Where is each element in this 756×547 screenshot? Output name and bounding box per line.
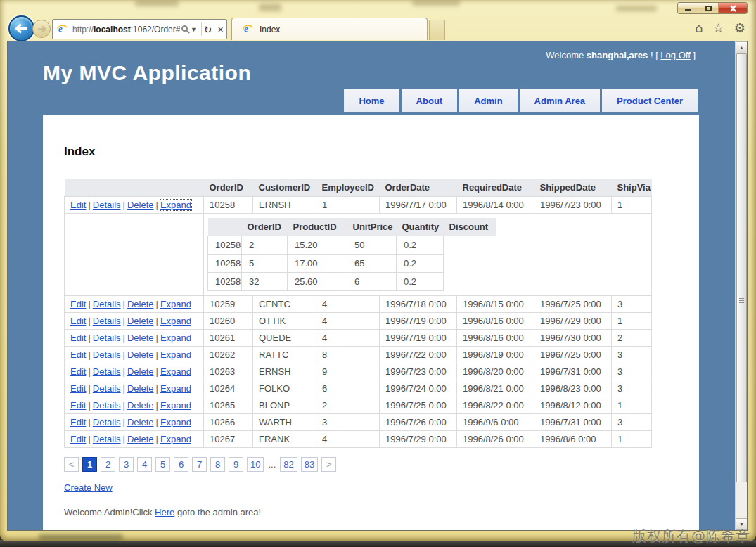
browser-window: e http://localhost:1062/Order# ▼ ↻ × e I…: [0, 0, 756, 541]
nav-tab-admin-area[interactable]: Admin Area: [520, 89, 600, 112]
page-button-2[interactable]: 2: [101, 457, 115, 472]
action-separator: |: [121, 383, 127, 394]
page-button-10[interactable]: 10: [247, 457, 264, 472]
edit-link[interactable]: Edit: [70, 200, 86, 210]
maximize-button[interactable]: [698, 3, 719, 13]
delete-link[interactable]: Delete: [127, 434, 154, 444]
page-title: Index: [64, 145, 699, 159]
expand-link[interactable]: Expand: [160, 417, 191, 427]
expand-link[interactable]: Expand: [160, 200, 191, 210]
back-button[interactable]: [8, 15, 34, 41]
details-link[interactable]: Details: [93, 200, 121, 210]
action-separator: |: [86, 434, 92, 444]
delete-link[interactable]: Delete: [127, 383, 154, 394]
tools-gear-icon[interactable]: ⚙: [734, 20, 745, 36]
new-tab-button[interactable]: [429, 20, 445, 40]
page-button-1[interactable]: 1: [82, 457, 97, 472]
page-button-83[interactable]: 83: [301, 457, 318, 472]
address-dropdown-icon[interactable]: ▼: [189, 26, 201, 33]
username: shanghai,ares: [587, 50, 648, 60]
url-text[interactable]: http://localhost:1062/Order#: [70, 25, 180, 34]
nav-tab-admin[interactable]: Admin: [459, 89, 517, 112]
details-link[interactable]: Details: [93, 366, 121, 377]
expanded-detail-row: OrderIDProductIDUnitPriceQuantityDiscoun…: [65, 214, 652, 296]
details-link[interactable]: Details: [93, 333, 121, 343]
edit-link[interactable]: Edit: [70, 400, 86, 411]
minimize-button[interactable]: [678, 3, 698, 13]
details-link[interactable]: Details: [93, 434, 121, 444]
scroll-up-button[interactable]: ▲: [736, 41, 748, 53]
edit-link[interactable]: Edit: [70, 316, 86, 326]
pagination: <12345678910...8283>: [64, 457, 699, 472]
cell-order-date: 1996/7/25 0:00: [380, 397, 457, 414]
page-button-8[interactable]: 8: [210, 457, 225, 472]
details-link[interactable]: Details: [93, 316, 121, 326]
home-icon[interactable]: ⌂: [695, 20, 703, 36]
edit-link[interactable]: Edit: [70, 383, 86, 394]
page-next-button[interactable]: >: [321, 457, 336, 472]
admin-note: Welcome Admin!Click Here goto the admin …: [64, 507, 699, 517]
details-link[interactable]: Details: [93, 400, 121, 411]
edit-link[interactable]: Edit: [70, 333, 86, 343]
delete-link[interactable]: Delete: [127, 316, 154, 326]
nav-tab-about[interactable]: About: [402, 89, 458, 112]
stop-button[interactable]: ×: [214, 24, 226, 35]
page-button-5[interactable]: 5: [155, 457, 170, 472]
forward-button[interactable]: [32, 20, 51, 38]
expand-link[interactable]: Expand: [160, 316, 191, 326]
browser-tab-index[interactable]: e Index: [231, 18, 428, 40]
page-button-7[interactable]: 7: [192, 457, 207, 472]
delete-link[interactable]: Delete: [127, 200, 154, 210]
page-prev-button[interactable]: <: [64, 457, 79, 472]
details-link[interactable]: Details: [93, 417, 121, 427]
table-row: Edit|Details|Delete|Expand10263ERNSH9199…: [65, 363, 652, 380]
edit-link[interactable]: Edit: [70, 366, 86, 377]
delete-link[interactable]: Delete: [127, 400, 154, 411]
address-bar[interactable]: e http://localhost:1062/Order# ▼ ↻ ×: [52, 19, 227, 39]
page-button-82[interactable]: 82: [280, 457, 297, 472]
nav-tab-product-center[interactable]: Product Center: [602, 89, 698, 112]
delete-link[interactable]: Delete: [127, 366, 154, 377]
page-button-9[interactable]: 9: [229, 457, 243, 472]
page-button-4[interactable]: 4: [137, 457, 152, 472]
vertical-scrollbar[interactable]: ▲ ▼: [735, 41, 747, 530]
page-button-6[interactable]: 6: [174, 457, 188, 472]
action-separator: |: [154, 383, 160, 394]
edit-link[interactable]: Edit: [70, 349, 86, 360]
delete-link[interactable]: Delete: [127, 417, 154, 427]
expand-link[interactable]: Expand: [160, 366, 191, 377]
delete-link[interactable]: Delete: [127, 349, 154, 360]
expand-link[interactable]: Expand: [160, 299, 191, 309]
admin-area-here-link[interactable]: Here: [155, 507, 174, 517]
details-link[interactable]: Details: [93, 299, 121, 309]
cell-order-date: 1996/7/26 0:00: [380, 414, 457, 431]
cell-required-date: 1996/9/6 0:00: [457, 414, 534, 431]
log-off-link[interactable]: Log Off: [660, 50, 690, 60]
refresh-button[interactable]: ↻: [202, 24, 214, 35]
expand-link[interactable]: Expand: [160, 400, 191, 411]
create-new-link[interactable]: Create New: [64, 482, 113, 493]
expand-link[interactable]: Expand: [160, 349, 191, 360]
main-content: Index OrderIDCustomerIDEmployeeIDOrderDa…: [43, 115, 699, 530]
table-row: Edit|Details|Delete|Expand10260OTTIK4199…: [65, 313, 652, 330]
details-link[interactable]: Details: [93, 349, 121, 360]
action-separator: |: [86, 299, 92, 309]
close-button[interactable]: [719, 3, 747, 13]
expand-link[interactable]: Expand: [160, 434, 191, 444]
edit-link[interactable]: Edit: [70, 417, 86, 427]
edit-link[interactable]: Edit: [70, 434, 86, 444]
action-separator: |: [86, 349, 92, 360]
search-icon[interactable]: [181, 25, 188, 32]
page-button-3[interactable]: 3: [119, 457, 134, 472]
cell-ship-via: 3: [612, 414, 652, 431]
edit-link[interactable]: Edit: [70, 299, 86, 309]
details-link[interactable]: Details: [93, 383, 121, 394]
expand-link[interactable]: Expand: [160, 383, 191, 394]
expand-link[interactable]: Expand: [160, 333, 191, 343]
favorites-star-icon[interactable]: ☆: [713, 20, 724, 36]
delete-link[interactable]: Delete: [127, 333, 154, 343]
delete-link[interactable]: Delete: [127, 299, 154, 309]
nav-tab-home[interactable]: Home: [344, 89, 399, 112]
scrollbar-thumb[interactable]: [736, 53, 747, 482]
cell-employee-id: 4: [316, 431, 380, 448]
